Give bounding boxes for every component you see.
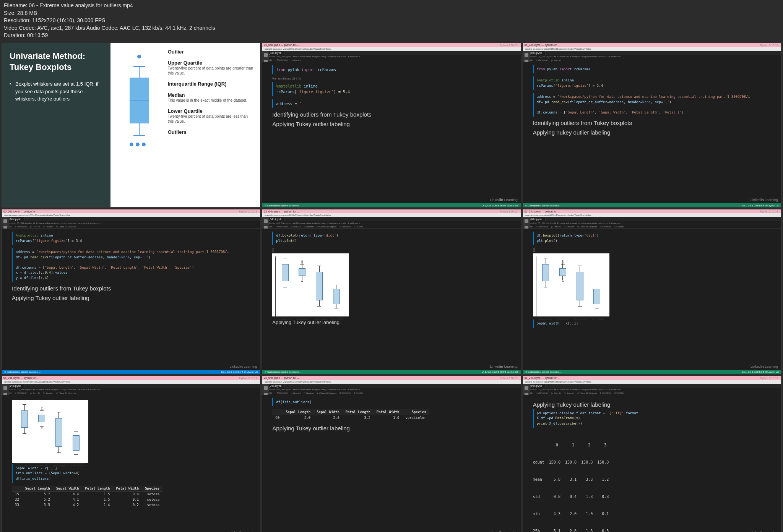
boxplot-labels: Outlier Upper QuartileTwenty-five percen… [168, 49, 255, 201]
vscode-panel-4: 05_04b.ipynb — python-for-… special-cous… [2, 209, 260, 374]
markdown-heading: Applying Tukey outlier labeling [533, 401, 778, 408]
code-cell[interactable]: from pylab import rcParams [533, 65, 778, 74]
vscode-panel-3: 05_04b.ipynb — python-for-… special-cous… [523, 43, 781, 208]
code-cell[interactable]: from pylab import rcParams [272, 65, 517, 74]
markdown-heading: Identifying outliers from Tukey boxplots [272, 111, 517, 118]
code-cell[interactable]: %matplotlib inline rcParams['figure.figs… [272, 82, 517, 96]
boxplot-chart: Sepal LengthSepal WidthPetal LengthPetal… [272, 253, 349, 316]
code-cell[interactable]: address = '/workspaces/python-for-data-s… [533, 93, 778, 117]
code-cell[interactable]: %matplotlib inline rcParams['figure.figs… [533, 76, 778, 90]
urlbar[interactable]: special-couscous-wjpsp9659x35wgw.github.… [523, 47, 781, 51]
breadcrumb[interactable]: notebooks › 05_04b.ipynb › ## Extreme va… [262, 55, 520, 58]
code-cell[interactable]: pd.options.display.float_format = '{:.1f… [533, 409, 778, 428]
editor-tabs[interactable]: 05_04b.ipynb [262, 51, 520, 55]
markdown-heading: Applying Tukey outlier labeling [12, 295, 257, 301]
notebook-toolbar[interactable]: + Code + Markdown ▷ Run All Python 3.10.… [262, 58, 520, 62]
vscode-panel-6: 05_04b.ipynb — python-for-… special-cous… [523, 209, 781, 374]
linkedin-watermark: Linkedin Learning [229, 365, 257, 368]
slide-bullet: Boxplot whiskers are set at 1.5 IQR; if … [10, 80, 103, 103]
vscode-panel-8: 05_04b.ipynb — python-for-… special-cous… [262, 376, 521, 532]
linkedin-watermark: Linkedin Learning [490, 198, 518, 202]
markdown-heading: Applying Tukey outlier labeling [533, 129, 778, 136]
output-table: Sepal LengthSepal WidthPetal LengthPetal… [272, 409, 517, 420]
markdown-heading: Applying Tukey outlier labeling [272, 121, 517, 127]
boxplot-chart: Sepal LengthSepal WidthPetal LengthPetal… [533, 253, 609, 316]
code-cell[interactable]: df.boxplot(return_type='dict') plt.plot(… [533, 232, 778, 245]
run-debug-hint: Run and Debug (⌘⇧D) [272, 77, 517, 80]
add-markdown-button[interactable]: + Markdown [275, 59, 288, 61]
runall-button[interactable]: ▷ Run All [291, 59, 301, 62]
file-metadata: Filename: 06 - Extreme value analysis fo… [0, 0, 783, 41]
code-cell[interactable]: Sepal_width = x[:,1] [533, 320, 778, 328]
linkedin-watermark: Linkedin Learning [490, 365, 518, 368]
slide-panel: Univariate Method: Tukey Boxplots Boxplo… [2, 43, 260, 208]
vscode-panel-5: 05_04b.ipynb — python-for-… special-cous… [262, 209, 521, 374]
titlebar[interactable]: 05_04b.ipynb — python-for-… [523, 43, 781, 47]
vscode-panel-7: 05_04b.ipynb — python-for-… special-cous… [2, 376, 260, 532]
code-cell[interactable]: %matplotlib inline rcParams['figure.figs… [12, 232, 257, 245]
markdown-heading: Applying Tukey outlier labeling [272, 425, 517, 431]
slide-title: Univariate Method: Tukey Boxplots [10, 51, 103, 73]
boxplot-diagram [116, 49, 162, 201]
boxplot-chart: Sepal LengthSepal WidthPetal LengthPetal… [12, 400, 88, 463]
code-cell[interactable]: address = '/workspaces/python-for-data-s… [12, 248, 257, 282]
describe-output: 0 1 2 3 count 150.0 150.0 150.0 150.0 me… [533, 431, 778, 532]
code-cell[interactable]: address = ' [272, 99, 517, 108]
titlebar[interactable]: 05_04b.ipynb — python-for-… [262, 43, 520, 47]
code-cell[interactable]: df[iris_outliers] [272, 398, 517, 407]
code-cell[interactable]: Sepal_width = x[:,1] iris_outliers = (Se… [12, 464, 257, 483]
kernel-badge[interactable]: Python 3.10.13 [500, 44, 518, 47]
markdown-heading: Identifying outliers from Tukey boxplots [12, 285, 257, 292]
explorer-icon[interactable] [264, 53, 268, 57]
cell-output-marker: [] [272, 248, 517, 252]
markdown-heading: Applying Tukey outlier labeling [272, 320, 517, 325]
linkedin-watermark: Linkedin Learning [751, 365, 778, 368]
linkedin-watermark: Linkedin Learning [751, 198, 778, 202]
vscode-panel-2: 05_04b.ipynb — python-for-… special-cous… [262, 43, 521, 208]
statusbar[interactable]: ⊙ Codespaces: special-couscous…Ln 1, Col… [262, 203, 520, 207]
vscode-panel-9: 05_04b.ipynb — python-for-… special-cous… [523, 376, 781, 532]
code-cell[interactable]: df.boxplot(return_type='dict') plt.plot(… [272, 232, 517, 245]
output-table: Sepal LengthSepal WidthPetal LengthPetal… [12, 486, 257, 508]
markdown-heading: Identifying outliers from Tukey boxplots [533, 120, 778, 126]
urlbar[interactable]: special-couscous-wjpsp9659x35wgw.github.… [262, 47, 520, 51]
